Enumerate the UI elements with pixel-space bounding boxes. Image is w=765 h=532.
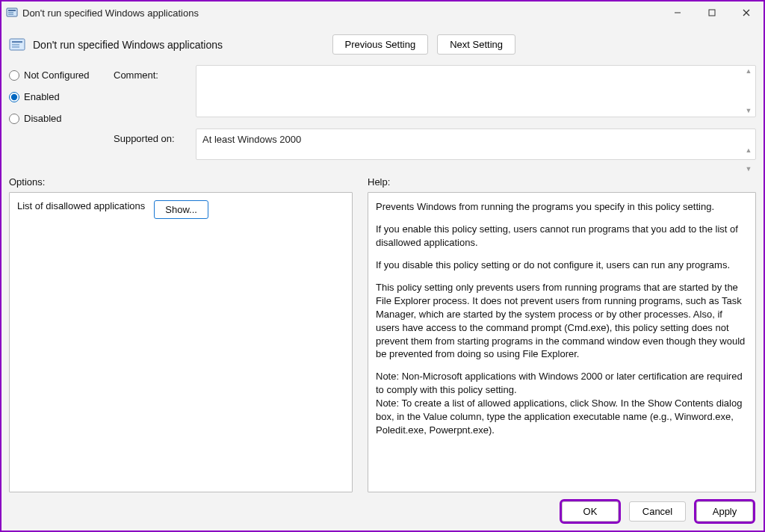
- radio-disabled-input[interactable]: [9, 114, 19, 124]
- cancel-button[interactable]: Cancel: [629, 501, 686, 522]
- previous-setting-button[interactable]: Previous Setting: [332, 34, 429, 55]
- radio-enabled-input[interactable]: [9, 92, 19, 102]
- help-p1: Prevents Windows from running the progra…: [376, 200, 748, 214]
- policy-editor-window: Don't run specified Windows applications…: [0, 0, 765, 532]
- config-area: Not Configured Enabled Disabled Comment:…: [1, 62, 764, 166]
- help-p4: This policy setting only prevents users …: [376, 281, 748, 362]
- policy-name: Don't run specified Windows applications: [33, 39, 223, 51]
- svg-rect-1: [8, 10, 16, 11]
- policy-large-icon: [9, 37, 25, 53]
- footer: OK Cancel Apply: [1, 492, 764, 531]
- minimize-button[interactable]: [660, 1, 695, 24]
- radio-disabled-label: Disabled: [24, 113, 62, 124]
- supported-on-value: At least Windows 2000: [202, 134, 301, 145]
- svg-rect-11: [12, 46, 19, 48]
- help-p3: If you disable this policy setting or do…: [376, 259, 748, 272]
- supported-scroll-icon: ▲▼: [744, 145, 753, 175]
- radio-not-configured-label: Not Configured: [24, 69, 89, 81]
- radio-not-configured-input[interactable]: [9, 70, 19, 81]
- maximize-button[interactable]: [695, 1, 729, 24]
- comment-label: Comment:: [114, 65, 196, 81]
- svg-rect-9: [12, 41, 22, 43]
- close-button[interactable]: [729, 1, 764, 24]
- header-row: Don't run specified Windows applications…: [1, 24, 764, 62]
- help-header: Help:: [368, 176, 756, 188]
- radio-disabled[interactable]: Disabled: [9, 113, 114, 124]
- policy-icon: [6, 7, 18, 19]
- help-p6: Note: To create a list of allowed applic…: [376, 397, 748, 437]
- window-title: Don't run specified Windows applications: [22, 7, 199, 19]
- panels: List of disallowed applications Show... …: [1, 192, 764, 492]
- radio-enabled[interactable]: Enabled: [9, 91, 114, 102]
- section-headers: Options: Help:: [1, 166, 764, 192]
- comment-scroll-icon: ▲▼: [744, 66, 753, 117]
- svg-rect-2: [8, 12, 13, 13]
- radio-enabled-label: Enabled: [24, 91, 60, 102]
- options-panel: List of disallowed applications Show...: [9, 192, 353, 492]
- radio-not-configured[interactable]: Not Configured: [9, 69, 114, 81]
- next-setting-button[interactable]: Next Setting: [437, 34, 515, 55]
- help-panel: Prevents Windows from running the progra…: [368, 192, 756, 492]
- options-header: Options:: [9, 176, 353, 188]
- ok-button[interactable]: OK: [562, 501, 619, 522]
- supported-on-label: Supported on:: [114, 129, 196, 144]
- apply-button[interactable]: Apply: [696, 501, 753, 522]
- svg-rect-5: [709, 10, 715, 16]
- svg-rect-10: [12, 44, 19, 46]
- comment-textarea[interactable]: ▲▼: [196, 65, 756, 117]
- svg-rect-3: [8, 14, 13, 16]
- show-button[interactable]: Show...: [154, 200, 208, 219]
- state-radio-group: Not Configured Enabled Disabled: [9, 65, 114, 124]
- disallowed-apps-label: List of disallowed applications: [17, 200, 145, 211]
- titlebar: Don't run specified Windows applications: [1, 1, 764, 24]
- help-p2: If you enable this policy setting, users…: [376, 223, 748, 250]
- supported-on-box: At least Windows 2000 ▲▼: [196, 129, 756, 160]
- help-p5: Note: Non-Microsoft applications with Wi…: [376, 370, 748, 397]
